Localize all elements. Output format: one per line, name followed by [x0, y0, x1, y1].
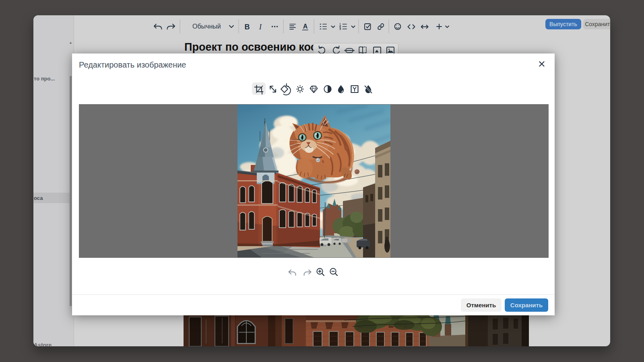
svg-text:A: A	[303, 23, 308, 30]
svg-text:B: B	[245, 23, 250, 31]
svg-text:I: I	[259, 23, 262, 31]
